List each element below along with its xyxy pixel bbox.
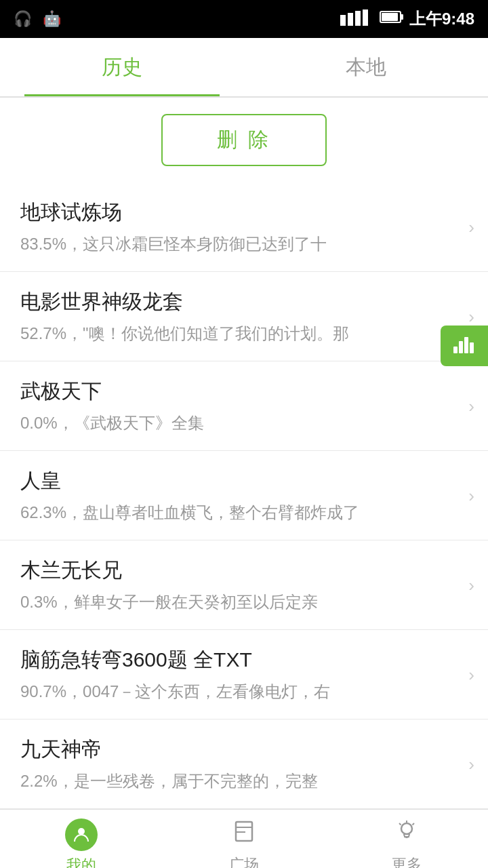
delete-button[interactable]: 删 除	[161, 114, 327, 166]
tab-history[interactable]: 历史	[0, 38, 244, 96]
item-desc: 83.5%，这只冰霜巨怪本身防御已达到了十	[20, 233, 441, 255]
chevron-right-icon: ›	[468, 574, 474, 595]
svg-rect-7	[453, 347, 458, 353]
svg-line-15	[399, 823, 401, 825]
list-item[interactable]: 木兰无长兄 0.3%，鲜卑女子一般在天癸初至以后定亲 ›	[0, 540, 488, 630]
status-right-area: 上午9:48	[340, 8, 474, 30]
item-title: 九天神帝	[20, 736, 447, 764]
nav-more-label: 更多	[392, 854, 422, 868]
svg-rect-8	[459, 341, 463, 353]
headphone-icon: 🎧	[14, 10, 32, 28]
status-left-icons: 🎧 🤖	[14, 10, 61, 28]
item-desc: 52.7%，"噢！你说他们知道了我们的计划。那	[20, 323, 441, 344]
nav-item-square[interactable]: 广场	[163, 810, 325, 868]
status-bar: 🎧 🤖 上午9:48	[0, 0, 488, 38]
chevron-right-icon: ›	[468, 216, 474, 237]
nav-item-more[interactable]: 更多	[325, 810, 488, 868]
item-title: 地球试炼场	[20, 199, 447, 226]
item-title: 电影世界神级龙套	[20, 288, 447, 316]
item-desc: 0.3%，鲜卑女子一般在天癸初至以后定亲	[20, 591, 441, 613]
list-item[interactable]: 人皇 62.3%，盘山尊者吐血横飞，整个右臂都炸成了 ›	[0, 451, 488, 540]
person-icon	[65, 818, 98, 851]
svg-rect-0	[340, 15, 346, 26]
svg-rect-9	[464, 337, 468, 353]
chevron-right-icon: ›	[468, 395, 474, 416]
item-title: 木兰无长兄	[20, 557, 447, 585]
chart-icon	[452, 333, 476, 359]
nav-square-label: 广场	[229, 854, 259, 868]
svg-line-16	[413, 823, 415, 825]
svg-rect-3	[363, 9, 368, 26]
list-item[interactable]: 武极天下 0.0%，《武极天下》全集 ›	[0, 361, 488, 451]
svg-point-11	[78, 828, 85, 835]
item-title: 脑筋急转弯3600题 全TXT	[20, 646, 447, 674]
tab-history-label: 历史	[102, 54, 142, 81]
lightbulb-icon	[394, 818, 420, 850]
svg-rect-2	[355, 11, 361, 26]
bookmark-icon	[231, 818, 257, 850]
float-chart-button[interactable]	[441, 326, 488, 366]
item-desc: 0.0%，《武极天下》全集	[20, 412, 441, 434]
svg-rect-1	[348, 13, 353, 26]
svg-rect-6	[382, 13, 398, 21]
svg-point-13	[401, 823, 412, 834]
battery-icon	[380, 9, 404, 28]
list-item[interactable]: 九天神帝 2.2%，是一些残卷，属于不完整的，完整 ›	[0, 719, 488, 809]
bottom-nav: 我的 广场 更多	[0, 809, 488, 868]
chevron-right-icon: ›	[468, 485, 474, 506]
nav-mine-label: 我的	[66, 855, 96, 869]
item-desc: 90.7%，0047－这个东西，左看像电灯，右	[20, 681, 441, 703]
item-desc: 2.2%，是一些残卷，属于不完整的，完整	[20, 770, 441, 792]
tab-local-label: 本地	[346, 54, 386, 81]
item-title: 人皇	[20, 467, 447, 495]
svg-rect-10	[470, 342, 474, 353]
android-icon: 🤖	[43, 10, 61, 28]
tab-bar: 历史 本地	[0, 38, 488, 98]
status-time: 上午9:48	[409, 8, 474, 30]
item-desc: 62.3%，盘山尊者吐血横飞，整个右臂都炸成了	[20, 502, 441, 524]
svg-rect-5	[401, 14, 403, 20]
delete-btn-wrapper: 删 除	[0, 98, 488, 182]
chevron-right-icon: ›	[468, 664, 474, 685]
chevron-right-icon: ›	[468, 753, 474, 774]
nav-item-mine[interactable]: 我的	[0, 810, 163, 868]
list-item[interactable]: 电影世界神级龙套 52.7%，"噢！你说他们知道了我们的计划。那 ›	[0, 272, 488, 361]
item-title: 武极天下	[20, 378, 447, 406]
chevron-right-icon: ›	[468, 306, 474, 327]
signal-icon	[340, 9, 374, 29]
list-item[interactable]: 脑筋急转弯3600题 全TXT 90.7%，0047－这个东西，左看像电灯，右 …	[0, 630, 488, 719]
tab-local[interactable]: 本地	[244, 38, 488, 96]
list-item[interactable]: 地球试炼场 83.5%，这只冰霜巨怪本身防御已达到了十 ›	[0, 182, 488, 272]
history-list: 地球试炼场 83.5%，这只冰霜巨怪本身防御已达到了十 › 电影世界神级龙套 5…	[0, 182, 488, 809]
